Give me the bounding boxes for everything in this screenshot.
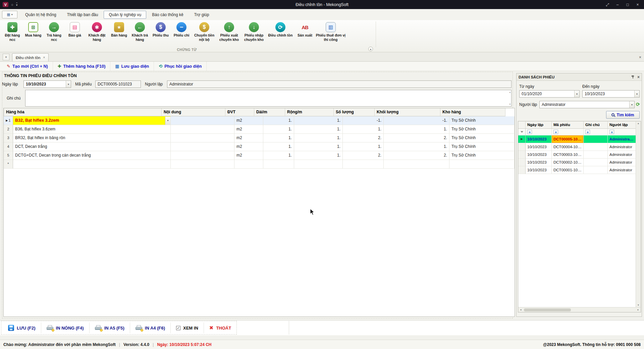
- add-item-link[interactable]: ✚ Thêm hàng hóa (F10): [53, 62, 111, 71]
- tu-ngay-field[interactable]: 01/10/2020 ▾: [519, 90, 580, 98]
- col-noi-dung[interactable]: Nội dung: [162, 108, 225, 116]
- dai-cell[interactable]: 1.: [263, 134, 294, 142]
- panel-close-button[interactable]: ×: [637, 75, 640, 79]
- save-layout-link[interactable]: ▦ Lưu giao diện: [110, 62, 154, 71]
- scroll-down-icon[interactable]: ▾: [509, 103, 511, 106]
- checkbox-checked-icon[interactable]: ✓: [176, 326, 180, 330]
- quick-print-button[interactable]: IN NÓNG (F4): [41, 323, 90, 333]
- dvt-cell[interactable]: m2: [234, 116, 263, 125]
- hang-hoa-cell[interactable]: DCTG+DCT, Decan trong cán decan trắng: [13, 151, 171, 160]
- dvt-cell[interactable]: m2: [234, 151, 263, 160]
- khoi-luong-cell[interactable]: 2.: [384, 134, 449, 142]
- tab-thiet-lap-ban-dau[interactable]: Thiết lập ban đầu: [62, 11, 103, 19]
- ribbon-item-phieu-xuat-chuyen-kho[interactable]: ↑ Phiếu xuất chuyển kho: [217, 21, 241, 48]
- khoi-luong-cell[interactable]: -1.: [384, 116, 449, 125]
- record-icon[interactable]: ○: [11, 3, 13, 7]
- scroll-right-icon[interactable]: ▸: [636, 308, 641, 311]
- noi-dung-cell[interactable]: [171, 134, 234, 142]
- ngay-lap-field[interactable]: 10/10/2023 ▾: [23, 80, 71, 88]
- chevron-down-icon[interactable]: ▾: [574, 91, 579, 97]
- col-kho-hang[interactable]: Kho hàng: [440, 108, 505, 116]
- noi-dung-cell[interactable]: [171, 151, 234, 160]
- chevron-down-icon[interactable]: ▾: [629, 101, 634, 108]
- ribbon-item-khach-dat-hang[interactable]: ✱ Khách đặt hàng: [85, 21, 109, 48]
- khoi-luong-cell[interactable]: 1.: [384, 125, 449, 134]
- kho-hang-cell[interactable]: Trụ Sở Chính: [449, 116, 515, 125]
- noi-dung-cell[interactable]: [171, 125, 234, 134]
- noi-dung-cell[interactable]: [171, 142, 234, 151]
- new-item-row[interactable]: *: [4, 160, 515, 169]
- kho-hang-cell[interactable]: Trụ Sở Chính: [449, 142, 515, 151]
- so-luong-cell[interactable]: 2.: [343, 151, 384, 160]
- hang-hoa-cell[interactable]: BR32, Bạt hiflex in băng rôn: [13, 134, 171, 142]
- hang-hoa-cell[interactable]: B32, Bạt hiflex 3.2zem ▾: [13, 116, 171, 125]
- quick-access-chevron-icon[interactable]: ▾: [16, 3, 18, 7]
- col-dvt[interactable]: ĐVT: [225, 108, 254, 116]
- dai-cell[interactable]: 1.: [263, 116, 294, 125]
- fullscreen-button[interactable]: ⤢: [602, 0, 612, 9]
- list-item[interactable]: 10/10/2023 DCT00001-101023 Administrator: [518, 166, 641, 174]
- hang-hoa-cell[interactable]: DCT, Decan trắng: [13, 142, 171, 151]
- close-tab-icon[interactable]: ×: [43, 56, 45, 59]
- col-nguoi-lap[interactable]: Người lập: [608, 121, 636, 129]
- pin-icon[interactable]: [631, 75, 635, 79]
- rong-cell[interactable]: 1.: [294, 134, 343, 142]
- tab-bao-cao-thong-ke[interactable]: Báo cáo thống kê: [147, 11, 188, 19]
- ribbon-item-tra-hang-ncc[interactable]: → Trả hàng ncc: [44, 21, 64, 48]
- ribbon-item-chuyen-tien-noi-bo[interactable]: $ Chuyển tiền nội bộ: [192, 21, 217, 48]
- ribbon-item-phieu-thu[interactable]: $ Phiếu thu: [150, 21, 171, 48]
- col-ma-phieu[interactable]: Mã phiếu: [552, 121, 584, 129]
- kho-hang-cell[interactable]: Trụ Sở Chính: [449, 151, 515, 160]
- scroll-up-icon[interactable]: ▴: [509, 91, 511, 94]
- rong-cell[interactable]: 1.: [294, 151, 343, 160]
- chevron-down-icon[interactable]: ▾: [165, 117, 170, 125]
- vertical-scrollbar[interactable]: ▴ ▾: [636, 121, 641, 307]
- exit-button[interactable]: ✖ THOÁT: [204, 323, 236, 333]
- ribbon-item-khach-tra-hang[interactable]: ← Khách trả hàng: [129, 21, 150, 48]
- dai-cell[interactable]: 1.: [263, 142, 294, 151]
- den-ngay-field[interactable]: 10/10/2023 ▾: [582, 90, 640, 98]
- print-a4-button[interactable]: IN A4 (F6): [130, 323, 171, 333]
- dvt-cell[interactable]: m2: [234, 142, 263, 151]
- list-item[interactable]: 10/10/2023 DCT00002-101023 Administrator: [518, 159, 641, 166]
- scroll-up-icon[interactable]: ▴: [638, 122, 639, 125]
- col-rong[interactable]: Rộng/m: [285, 108, 334, 116]
- close-document-button[interactable]: ×: [3, 54, 9, 60]
- col-ghi-chu[interactable]: Ghi chú: [584, 121, 608, 129]
- chevron-down-icon[interactable]: ▾: [634, 91, 639, 97]
- tab-quan-tri-he-thong[interactable]: Quản trị hệ thống: [20, 11, 61, 19]
- close-button[interactable]: ×: [633, 0, 643, 9]
- ribbon-item-mua-hang[interactable]: ⊞ Mua hàng: [23, 21, 44, 48]
- col-so-luong[interactable]: Số lượng: [334, 108, 375, 116]
- chevron-down-icon[interactable]: ▾: [66, 81, 71, 88]
- ribbon-item-ban-hang[interactable]: ★ Bán hàng: [109, 21, 129, 48]
- table-row[interactable]: ▶ 1 B32, Bạt hiflex 3.2zem ▾ m2 1. 1. -1…: [4, 116, 515, 125]
- ghi-chu-field[interactable]: ▴ ▾: [25, 90, 512, 107]
- scroll-down-icon[interactable]: ▾: [638, 304, 639, 306]
- col-dai[interactable]: Dài/m: [254, 108, 285, 116]
- ribbon-item-dat-hang-ncc[interactable]: ✚ Đặt hàng ncc: [2, 21, 23, 48]
- doc-tab-dieu-chinh-ton[interactable]: Điều chỉnh tồn ×: [12, 53, 49, 61]
- scrollbar-thumb[interactable]: [524, 308, 571, 311]
- list-item[interactable]: 10/10/2023 DCT00003-101023 Administrator: [518, 151, 641, 159]
- horizontal-scrollbar[interactable]: ◂ ▸: [518, 307, 641, 312]
- ribbon-item-phieu-chi[interactable]: − Phiếu chi: [171, 21, 192, 48]
- so-luong-cell[interactable]: -1.: [343, 116, 384, 125]
- table-row[interactable]: 2 B36, Bạt hiflex 3.6zem m2 1. 1. 1. 1. …: [4, 125, 515, 134]
- maximize-button[interactable]: □: [623, 0, 633, 9]
- khoi-luong-cell[interactable]: 2.: [384, 151, 449, 160]
- rong-cell[interactable]: 1.: [294, 116, 343, 125]
- tab-tro-giup[interactable]: Trợ giúp: [189, 11, 214, 19]
- ribbon-item-phieu-nhap-chuyen-kho[interactable]: ↓ Phiếu nhập chuyển kho: [241, 21, 266, 48]
- table-row[interactable]: 3 BR32, Bạt hiflex in băng rôn m2 1. 1. …: [4, 134, 515, 142]
- ma-phieu-field[interactable]: DCT00005-101023: [95, 80, 141, 88]
- so-luong-cell[interactable]: 1.: [343, 125, 384, 134]
- tab-quan-ly-nghiep-vu[interactable]: Quản lý nghiệp vụ: [104, 11, 146, 19]
- so-luong-cell[interactable]: 1.: [343, 142, 384, 151]
- kho-hang-cell[interactable]: Trụ Sở Chính: [449, 125, 515, 134]
- so-luong-cell[interactable]: 2.: [343, 134, 384, 142]
- col-ngay-lap[interactable]: Ngày lập: [526, 121, 552, 129]
- dai-cell[interactable]: 1.: [263, 125, 294, 134]
- app-logo-icon[interactable]: V: [3, 2, 8, 7]
- kho-hang-cell[interactable]: Trụ Sở Chính: [449, 134, 515, 142]
